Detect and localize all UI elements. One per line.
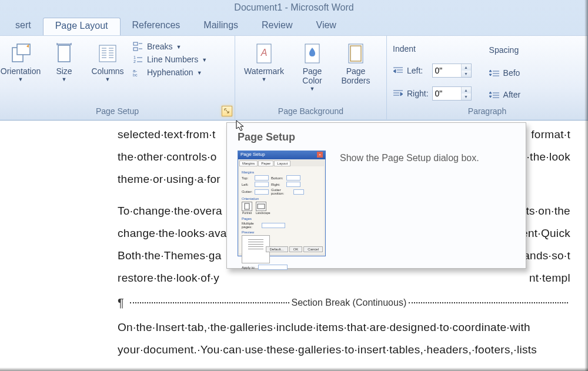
section-break: ¶ Section Break (Continuous) [118, 293, 570, 312]
group-label-paragraph: Paragraph [393, 106, 582, 119]
size-icon [52, 42, 76, 65]
svg-text:bc: bc [133, 73, 138, 77]
dropdown-arrow-icon: ▼ [197, 70, 202, 76]
indent-heading: Indent [393, 44, 475, 54]
page-setup-launcher[interactable] [222, 106, 232, 116]
ribbon-tabs: sert Page Layout References Mailings Rev… [0, 18, 588, 35]
watermark-label: Watermark [244, 66, 284, 76]
tab-insert[interactable]: sert [4, 18, 43, 35]
indent-right-input[interactable] [433, 88, 461, 99]
window-title: Document1 - Microsoft Word [234, 2, 353, 12]
indent-controls: Indent Left: ▲▼ Right: ▲▼ [393, 39, 475, 104]
svg-rect-2 [58, 45, 70, 62]
svg-rect-45 [258, 204, 265, 209]
left-label: Left: [407, 66, 429, 75]
columns-button[interactable]: Columns ▼ [89, 39, 126, 104]
svg-text:A: A [260, 48, 268, 58]
spin-up[interactable]: ▲ [462, 87, 471, 93]
tooltip-description: Show the Page Setup dialog box. [340, 151, 479, 163]
spin-up[interactable]: ▲ [462, 64, 471, 71]
tab-review[interactable]: Review [250, 18, 304, 35]
tab-references[interactable]: References [121, 18, 192, 35]
breaks-button[interactable]: Breaks ▼ [133, 42, 207, 51]
window-chrome: Document1 - Microsoft Word sert Page Lay… [0, 0, 588, 121]
svg-rect-18 [133, 48, 138, 51]
hyphenation-label: Hyphenation [147, 68, 193, 77]
spacing-controls: Spacing Befo After [489, 39, 528, 104]
group-label-page-background: Page Background [241, 106, 380, 119]
line-numbers-icon: 12 [133, 55, 143, 64]
after-label: After [503, 90, 521, 99]
section-break-label: Section Break (Continuous) [292, 293, 407, 312]
indent-left-spinner[interactable]: ▲▼ [432, 63, 472, 78]
dropdown-arrow-icon: ▼ [62, 76, 67, 82]
group-paragraph: Indent Left: ▲▼ Right: ▲▼ Spacing Befo [387, 36, 588, 119]
tooltip-title: Page Setup [238, 131, 515, 143]
tab-view[interactable]: View [305, 18, 348, 35]
breaks-label: Breaks [147, 42, 173, 51]
dropdown-arrow-icon: ▼ [202, 57, 207, 63]
tab-page-layout[interactable]: Page Layout [43, 18, 121, 35]
page-setup-small-buttons: Breaks ▼ 12 Line Numbers ▼ a-bc Hyphenat… [133, 39, 207, 104]
watermark-button[interactable]: A Watermark ▼ [241, 39, 287, 104]
svg-text:2: 2 [133, 59, 136, 63]
spacing-after-icon [489, 91, 500, 99]
spacing-heading: Spacing [489, 45, 528, 55]
columns-label: Columns [91, 66, 123, 76]
svg-rect-44 [245, 203, 249, 209]
size-label: Size [56, 66, 72, 76]
page-color-label: Page Color [294, 66, 330, 85]
svg-rect-6 [99, 45, 116, 62]
orientation-label: Orientation [1, 66, 41, 76]
page-setup-tooltip: Page Setup Page Setup× MarginsPaperLayou… [226, 122, 526, 269]
launcher-icon [224, 108, 230, 114]
spin-down[interactable]: ▼ [462, 93, 471, 100]
page-borders-button[interactable]: Page Borders [338, 39, 374, 104]
indent-left-input[interactable] [433, 65, 461, 76]
dropdown-arrow-icon: ▼ [105, 76, 111, 82]
dialog-thumbnail: Page Setup× MarginsPaperLayout Margins T… [238, 151, 326, 256]
pilcrow-icon: ¶ [118, 293, 124, 312]
svg-text:1: 1 [133, 55, 136, 59]
spacing-before-icon [489, 69, 500, 77]
breaks-icon [133, 42, 143, 51]
orientation-button[interactable]: Orientation ▼ [2, 39, 39, 104]
right-label: Right: [407, 89, 429, 98]
ribbon: Orientation ▼ Size ▼ Columns ▼ Breaks [0, 35, 588, 119]
watermark-icon: A [252, 42, 276, 65]
hyphenation-button[interactable]: a-bc Hyphenation ▼ [133, 68, 207, 77]
dropdown-arrow-icon: ▼ [262, 76, 267, 82]
group-label-page-setup: Page Setup [6, 106, 229, 119]
line-numbers-button[interactable]: 12 Line Numbers ▼ [133, 55, 207, 64]
page-color-button[interactable]: Page Color ▼ [294, 39, 330, 104]
group-page-background: A Watermark ▼ Page Color ▼ Page Borders … [235, 36, 387, 119]
group-page-setup: Orientation ▼ Size ▼ Columns ▼ Breaks [0, 36, 235, 119]
dropdown-arrow-icon: ▼ [18, 76, 24, 82]
before-label: Befo [503, 68, 521, 78]
tab-mailings[interactable]: Mailings [192, 18, 250, 35]
columns-icon [96, 42, 119, 65]
dropdown-arrow-icon: ▼ [176, 44, 182, 50]
orientation-icon [9, 42, 32, 65]
indent-right-icon [393, 89, 403, 98]
line-numbers-label: Line Numbers [147, 55, 198, 64]
titlebar: Document1 - Microsoft Word [0, 0, 588, 18]
hyphenation-icon: a-bc [133, 68, 143, 77]
svg-rect-17 [133, 42, 138, 45]
indent-left-icon [393, 66, 403, 75]
page-borders-label: Page Borders [338, 66, 374, 85]
page-borders-icon [344, 42, 368, 65]
size-button[interactable]: Size ▼ [46, 39, 82, 104]
spin-down[interactable]: ▼ [462, 71, 471, 77]
indent-right-spinner[interactable]: ▲▼ [432, 86, 472, 101]
page-color-icon [300, 42, 324, 65]
dropdown-arrow-icon: ▼ [310, 86, 315, 92]
